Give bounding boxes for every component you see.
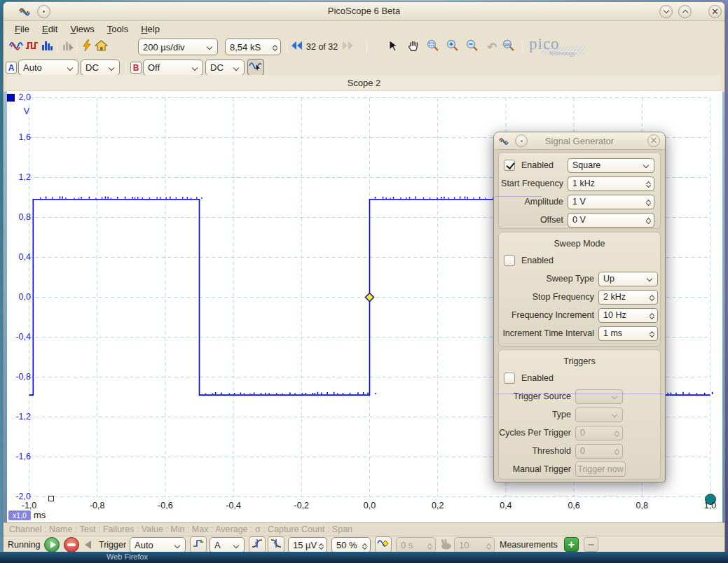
zoom-in-icon: [446, 39, 459, 55]
dialog-close-button[interactable]: ✕: [647, 134, 660, 147]
trigger-marker-button[interactable]: [375, 536, 392, 553]
start-button[interactable]: [44, 537, 60, 552]
stop-frequency-spinner[interactable]: 2 kHz: [598, 290, 658, 305]
x-tick-label: -0,2: [284, 501, 319, 510]
channel-a-range-select[interactable]: Auto: [18, 60, 78, 76]
pointer-tool-button[interactable]: [385, 39, 401, 55]
amplitude-spinner[interactable]: 1 V: [568, 195, 654, 209]
dialog-title-bar[interactable]: Signal Generator ✕: [494, 132, 665, 150]
status-column: Max: [192, 524, 209, 534]
siggen-trigger-enabled-checkbox[interactable]: [504, 373, 515, 384]
menu-item-tools[interactable]: Tools: [102, 22, 135, 36]
pan-tool-button[interactable]: [406, 39, 421, 55]
shade-down-button[interactable]: [659, 5, 673, 18]
dialog-body: Enabled Square Start Frequency 1 kHz Am: [494, 150, 665, 482]
shade-up-button[interactable]: [678, 5, 692, 18]
samples-spinner[interactable]: 8,54 kS: [225, 39, 281, 55]
persistence-mode-button[interactable]: [25, 39, 40, 55]
timebase-select[interactable]: 200 µs/div: [138, 39, 218, 55]
y-tick-label: -1,6: [8, 452, 31, 461]
y-tick-label: 0,4: [8, 252, 31, 262]
menu-item-help[interactable]: Help: [135, 22, 167, 36]
trigger-mode-select[interactable]: Auto: [130, 537, 186, 553]
previous-buffer-button[interactable]: [289, 39, 305, 55]
wave-type-select[interactable]: Square: [568, 158, 654, 173]
status-column: Capture Count: [268, 524, 324, 534]
x-tick-label: 0,8: [624, 501, 659, 510]
close-button[interactable]: ✕: [708, 5, 722, 18]
trigger-now-button: Trigger now: [575, 461, 626, 477]
undo-zoom-button[interactable]: ↶: [484, 39, 500, 55]
auto-setup-button[interactable]: [79, 39, 95, 55]
trigger-threshold-spinner[interactable]: 15 µV: [288, 537, 327, 553]
stats-mode-button[interactable]: [61, 39, 76, 55]
status-separator: :: [42, 524, 49, 534]
channel-b-coupling-select[interactable]: DC: [205, 60, 245, 76]
falling-edge-button[interactable]: [268, 536, 284, 553]
menu-item-edit[interactable]: Edit: [36, 22, 64, 36]
home-button[interactable]: [93, 39, 109, 55]
channel-a-coupling-select[interactable]: DC: [81, 60, 120, 76]
stop-frequency-label: Stop Frequency: [533, 292, 594, 302]
add-measurement-button[interactable]: +: [564, 537, 579, 552]
toolbar-separator: [366, 41, 367, 53]
plus-icon: +: [568, 538, 575, 551]
sweep-type-select[interactable]: Up: [598, 272, 658, 286]
awg-wave-icon: [249, 60, 263, 75]
status-separator: :: [248, 524, 255, 534]
siggen-enabled-label: Enabled: [521, 160, 554, 170]
trigger-delay-spinner: 0 s: [396, 537, 436, 553]
increment-time-interval-spinner[interactable]: 1 ms: [598, 326, 658, 341]
zoom-full-button[interactable]: 100: [501, 39, 516, 55]
scope-mode-button[interactable]: [9, 39, 25, 55]
status-separator: :: [95, 524, 102, 534]
axis-corner-handle[interactable]: [48, 496, 54, 501]
window-title: PicoScope 6 Beta: [4, 6, 724, 16]
siggen-enabled-checkbox[interactable]: [504, 160, 515, 171]
marquee-zoom-button[interactable]: [425, 39, 441, 55]
frequency-increment-spinner[interactable]: 10 Hz: [598, 308, 658, 323]
trigger-source-select[interactable]: A: [210, 537, 245, 553]
increment-time-interval-label: Increment Time Interval: [502, 328, 594, 338]
zoom-selection-icon: [427, 39, 439, 55]
offset-spinner[interactable]: 0 V: [568, 213, 654, 228]
siggen-threshold-spinner: 0: [575, 444, 623, 459]
channel-b-range-select[interactable]: Off: [143, 60, 203, 76]
collapse-handle[interactable]: [85, 541, 91, 549]
pretrigger-spinner[interactable]: 50 %: [331, 537, 371, 553]
spectrum-mode-button[interactable]: [40, 39, 55, 55]
square-wave-icon: [25, 40, 39, 54]
zoom-out-button[interactable]: [465, 39, 480, 55]
rapid-captures-value: 10: [459, 540, 490, 550]
zoom-in-button[interactable]: [445, 39, 460, 55]
menu-item-file[interactable]: File: [9, 22, 36, 36]
signal-generator-button[interactable]: [247, 59, 264, 76]
x-scale-badge[interactable]: x1,0: [8, 510, 31, 520]
next-buffer-button[interactable]: [340, 39, 355, 55]
stop-button[interactable]: [64, 537, 79, 552]
sweep-enabled-label: Enabled: [521, 256, 554, 265]
y-tick-label: -1,2: [8, 412, 31, 422]
close-icon: ✕: [711, 7, 719, 16]
title-bar[interactable]: PicoScope 6 Beta ✕: [4, 2, 724, 21]
trigger-label: Trigger: [99, 540, 126, 550]
trigger-marker-diamond[interactable]: [366, 293, 374, 302]
status-column: Name: [49, 524, 72, 534]
advanced-trigger-button[interactable]: [190, 536, 207, 553]
cycles-per-trigger-value: 0: [580, 428, 618, 438]
status-separator: :: [324, 524, 331, 534]
chevron-down-icon: [612, 394, 617, 399]
sweep-type-value: Up: [603, 274, 653, 284]
status-column: Test: [80, 524, 96, 534]
toolbar-separator: [125, 61, 126, 74]
amplitude-label: Amplitude: [524, 197, 563, 207]
x-tick-label: 0,6: [556, 501, 591, 510]
rising-edge-button[interactable]: [249, 536, 266, 553]
menu-item-views[interactable]: Views: [64, 22, 101, 36]
x-tick-label: -0,8: [80, 501, 115, 510]
window-menu-button[interactable]: [37, 5, 50, 18]
sweep-enabled-checkbox[interactable]: [504, 255, 515, 266]
x-tick-label: -1,0: [12, 501, 47, 510]
undo-arrow-icon: ↶: [487, 40, 497, 55]
start-frequency-spinner[interactable]: 1 kHz: [568, 176, 654, 191]
